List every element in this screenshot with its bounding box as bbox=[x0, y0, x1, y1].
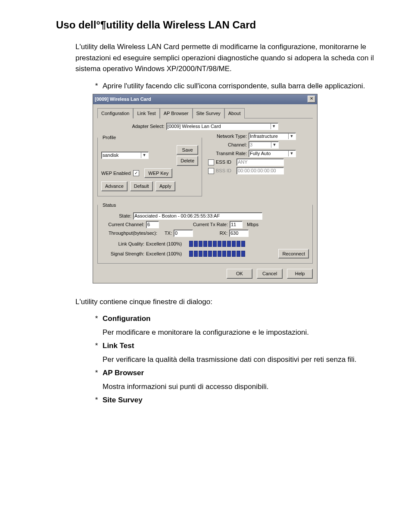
state-label: State: bbox=[101, 212, 133, 220]
signal-strength-label: Signal Strength: bbox=[101, 250, 146, 258]
post-screenshot-text: L'utility contiene cinque finestre di di… bbox=[75, 296, 377, 308]
profile-legend: Profile bbox=[101, 134, 117, 141]
network-type-label: Network Type: bbox=[208, 133, 249, 140]
apply-button[interactable]: Apply bbox=[156, 181, 175, 191]
network-type-value: Infrastructure bbox=[250, 133, 278, 140]
channel-label: Channel: bbox=[208, 141, 249, 149]
throughput-label: Throughput(bytes/sec): bbox=[101, 230, 159, 237]
item-desc: Per modificare e monitorare la configura… bbox=[103, 327, 377, 338]
chevron-down-icon: ▼ bbox=[288, 151, 295, 157]
intro-paragraph: L'utility della Wireless LAN Card permet… bbox=[75, 41, 377, 75]
save-button[interactable]: Save bbox=[177, 145, 198, 155]
titlebar: [0009] Wireless Lan Card ✕ bbox=[93, 94, 317, 104]
link-quality-bar bbox=[189, 241, 245, 247]
item-title: AP Browser bbox=[103, 369, 144, 377]
status-group: Status State: Associated - Boston - 00:0… bbox=[97, 202, 313, 264]
bssid-label: BSS ID bbox=[216, 167, 237, 174]
channel-select: 3 ▼ bbox=[249, 141, 279, 149]
item-title: Site Survey bbox=[103, 396, 143, 404]
bssid-checkbox[interactable] bbox=[208, 168, 214, 174]
bullet-asterisk: * bbox=[90, 81, 103, 92]
tx-label: TX: bbox=[159, 230, 174, 237]
tab-strip: Configuration Link Test AP Browser Site … bbox=[97, 108, 313, 119]
state-field: Associated - Boston - 00:06:25:55:33:AF bbox=[133, 212, 262, 220]
rx-field: 630 bbox=[229, 230, 249, 237]
tab-about[interactable]: About bbox=[224, 108, 245, 119]
bssid-field: 00:00:00:00:00:00 bbox=[237, 167, 284, 174]
channel-value: 3 bbox=[250, 141, 252, 149]
essid-label: ESS ID bbox=[216, 159, 237, 166]
ok-button[interactable]: OK bbox=[227, 269, 252, 279]
bullet-asterisk: * bbox=[90, 395, 103, 406]
current-tx-rate-field: 11 bbox=[230, 221, 243, 228]
open-instruction: Aprire l'utility facendo clic sull'icona… bbox=[103, 81, 377, 92]
current-channel-field: 6 bbox=[146, 221, 159, 228]
wep-enabled-label: WEP Enabled bbox=[101, 170, 131, 177]
tx-field: 0 bbox=[174, 230, 193, 237]
item-desc: Per verificare la qualità della trasmiss… bbox=[103, 354, 377, 365]
status-legend: Status bbox=[101, 202, 117, 209]
dialog-window: [0009] Wireless Lan Card ✕ Configuration… bbox=[93, 94, 318, 283]
essid-checkbox[interactable] bbox=[208, 159, 214, 165]
tab-configuration[interactable]: Configuration bbox=[97, 108, 133, 119]
close-icon[interactable]: ✕ bbox=[308, 96, 315, 103]
page-heading: Uso dell°¶utility della Wireless LAN Car… bbox=[56, 17, 377, 33]
current-channel-label: Current Channel: bbox=[101, 221, 146, 228]
help-button[interactable]: Help bbox=[287, 269, 313, 279]
chevron-down-icon: ▼ bbox=[271, 142, 277, 148]
mbps-label: Mbps bbox=[247, 221, 258, 228]
item-desc: Mostra informazioni sui punti di accesso… bbox=[103, 381, 377, 392]
item-title: Configuration bbox=[103, 314, 150, 323]
adapter-select-label: Adapter Select: bbox=[132, 123, 166, 130]
link-quality-label: Link Quality: bbox=[101, 240, 146, 248]
transmit-rate-label: Transmit Rate: bbox=[208, 150, 249, 157]
adapter-select[interactable]: [0009] Wireless Lan Card ▼ bbox=[166, 123, 278, 130]
default-button[interactable]: Default bbox=[130, 181, 153, 191]
adapter-select-value: [0009] Wireless Lan Card bbox=[168, 123, 221, 130]
tab-site-survey[interactable]: Site Survey bbox=[193, 108, 224, 119]
bullet-asterisk: * bbox=[90, 367, 103, 379]
chevron-down-icon: ▼ bbox=[288, 134, 295, 140]
delete-button[interactable]: Delete bbox=[177, 156, 198, 166]
reconnect-button[interactable]: Reconnect bbox=[278, 249, 309, 259]
chevron-down-icon: ▼ bbox=[271, 124, 277, 130]
profile-group: Profile sandisk ▼ Save Delete WEP Enable… bbox=[97, 134, 202, 196]
tab-link-test[interactable]: Link Test bbox=[133, 108, 159, 119]
transmit-rate-value: Fully Auto bbox=[250, 150, 271, 157]
bullet-asterisk: * bbox=[90, 313, 103, 324]
chevron-down-icon: ▼ bbox=[141, 152, 147, 159]
wep-enabled-checkbox[interactable]: ✓ bbox=[133, 170, 139, 176]
bullet-asterisk: * bbox=[90, 340, 103, 352]
profile-name-value: sandisk bbox=[103, 152, 118, 159]
cancel-button[interactable]: Cancel bbox=[257, 269, 283, 279]
window-title: [0009] Wireless Lan Card bbox=[95, 96, 308, 103]
transmit-rate-select[interactable]: Fully Auto ▼ bbox=[249, 150, 296, 157]
network-type-select[interactable]: Infrastructure ▼ bbox=[249, 133, 296, 140]
signal-strength-value: Excellent (100%) bbox=[146, 250, 189, 258]
advance-button[interactable]: Advance bbox=[101, 181, 128, 191]
profile-name-select[interactable]: sandisk ▼ bbox=[101, 152, 149, 159]
tab-ap-browser[interactable]: AP Browser bbox=[160, 108, 193, 119]
link-quality-value: Excellent (100%) bbox=[146, 240, 189, 248]
item-title: Link Test bbox=[103, 342, 134, 350]
wep-key-button[interactable]: WEP Key bbox=[144, 168, 172, 178]
current-tx-rate-label: Current Tx Rate: bbox=[176, 221, 230, 228]
essid-field: ANY bbox=[237, 159, 284, 166]
signal-strength-bar bbox=[189, 251, 245, 257]
rx-label: RX: bbox=[210, 230, 229, 237]
